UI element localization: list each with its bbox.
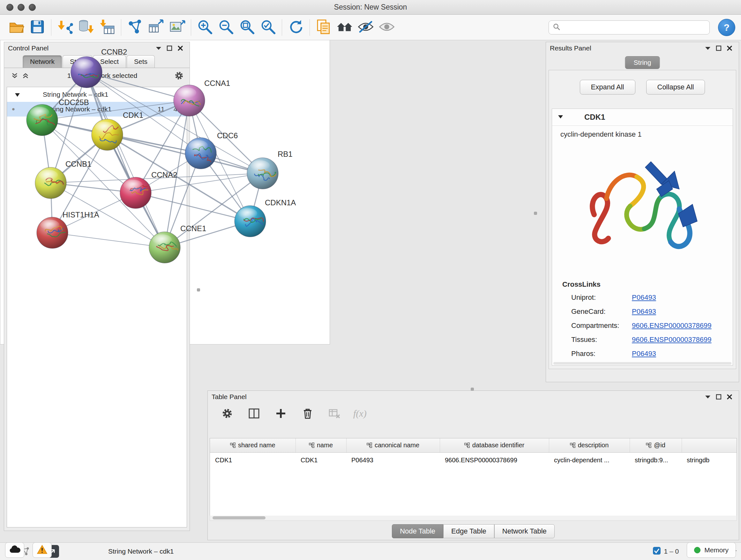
node-label: CDK1 xyxy=(123,111,143,119)
gene-detail-card: CDK1 cyclin-dependent kinase 1 xyxy=(552,109,733,366)
cell-description[interactable]: cyclin-dependent ... xyxy=(549,453,630,468)
network-edge[interactable] xyxy=(86,72,165,247)
crosslink-value-link[interactable]: 9606.ENSP00000378699 xyxy=(632,321,712,330)
column-header[interactable]: database identifier xyxy=(440,438,549,453)
help-button[interactable]: ? xyxy=(718,19,735,36)
table-panel-header: Table Panel xyxy=(208,391,739,403)
network-edge[interactable] xyxy=(86,72,189,101)
float-panel-icon[interactable] xyxy=(713,44,724,53)
crosslink-label: Compartments: xyxy=(571,321,632,330)
cell-name[interactable]: CDK1 xyxy=(295,453,346,468)
tab-string[interactable]: String xyxy=(625,56,660,69)
node-table-grid: shared name name canonical name database… xyxy=(210,438,737,516)
table-row[interactable]: CDK1 CDK1 P06493 9606.ENSP00000378699 cy… xyxy=(210,453,737,468)
warnings-button[interactable] xyxy=(32,543,52,558)
delete-table-icon xyxy=(327,406,342,422)
results-panel-header: Results Panel xyxy=(546,42,739,54)
search-icon xyxy=(553,23,560,32)
tab-edge-table[interactable]: Edge Table xyxy=(443,524,494,538)
show-all-button[interactable] xyxy=(376,17,397,38)
close-panel-icon[interactable] xyxy=(724,392,735,401)
horizontal-splitter-handle[interactable] xyxy=(471,388,474,391)
gene-section-header[interactable]: CDK1 xyxy=(552,109,733,126)
table-header-row: shared name name canonical name database… xyxy=(210,438,737,453)
table-panel: Table Panel f(x) shared name name canon xyxy=(207,390,739,540)
warning-icon xyxy=(37,545,48,556)
results-panel: Results Panel String Expand All Collapse… xyxy=(546,42,739,382)
results-panel-title: Results Panel xyxy=(550,44,591,52)
memory-button[interactable]: Memory xyxy=(687,543,736,558)
crosslink-value-link[interactable]: P06493 xyxy=(632,294,656,302)
cell-shared-name[interactable]: CDK1 xyxy=(210,453,295,468)
table-type-tabs: Node Table Edge Table Network Table xyxy=(208,524,739,538)
vertical-splitter-handle[interactable] xyxy=(197,288,200,292)
cloud-button[interactable] xyxy=(5,543,24,558)
show-columns-icon[interactable] xyxy=(246,406,262,422)
column-header[interactable]: shared name xyxy=(210,438,295,453)
home-icon xyxy=(336,18,353,37)
table-toolbar: f(x) xyxy=(208,403,739,424)
node-label: CCNB1 xyxy=(65,160,91,168)
network-edge[interactable] xyxy=(52,233,165,247)
show-eye-icon xyxy=(378,18,395,37)
close-panel-icon[interactable] xyxy=(724,44,735,53)
column-header[interactable]: description xyxy=(549,438,630,453)
cell-database-identifier[interactable]: 9606.ENSP00000378699 xyxy=(440,453,549,468)
search-input[interactable] xyxy=(560,23,705,31)
crosslink-value-link[interactable]: 9606.ENSP00000378699 xyxy=(632,335,712,344)
crosslink-value-link[interactable]: P06493 xyxy=(632,307,656,316)
cell-id[interactable]: stringdb:9... xyxy=(630,453,682,468)
hide-eye-icon xyxy=(357,18,374,37)
memory-label: Memory xyxy=(704,546,729,554)
float-panel-icon[interactable] xyxy=(713,392,724,401)
network-view-panel: CCNB2CCNA1CDC25BCDK1CDC6RB1CCNB1CCNA2CDK… xyxy=(0,0,330,345)
vertical-splitter-handle[interactable] xyxy=(534,212,537,215)
node-label: HIST1H1A xyxy=(63,210,99,219)
crosslink-label: GeneCard: xyxy=(571,307,632,316)
cell-canonical-name[interactable]: P06493 xyxy=(346,453,440,468)
add-column-icon[interactable] xyxy=(273,406,289,422)
app-window: Session: New Session xyxy=(0,0,741,560)
panel-menu-caret-icon[interactable] xyxy=(702,44,713,53)
tab-network-table[interactable]: Network Table xyxy=(494,524,555,538)
crosslink-row: GeneCard: P06493 xyxy=(552,305,733,319)
crosslink-value-link[interactable]: P06493 xyxy=(632,350,656,358)
help-icon: ? xyxy=(724,22,730,33)
scrollbar-thumb[interactable] xyxy=(212,516,266,519)
expand-all-button[interactable]: Expand All xyxy=(580,80,635,95)
column-header[interactable]: canonical name xyxy=(346,438,440,453)
memory-status-dot xyxy=(694,547,700,553)
cell-namespace[interactable]: stringdb xyxy=(682,453,737,468)
string-results-box: Expand All Collapse All CDK1 cyclin-depe… xyxy=(549,70,736,369)
window-title: Session: New Session xyxy=(334,3,407,11)
node-label: CCNA2 xyxy=(151,171,177,179)
tab-node-table[interactable]: Node Table xyxy=(392,524,443,538)
table-gear-icon[interactable] xyxy=(219,406,235,422)
node-label: CCNE1 xyxy=(180,224,206,233)
node-label: CCNA1 xyxy=(204,79,230,87)
home-button[interactable] xyxy=(334,17,355,38)
cloud-icon xyxy=(9,545,20,555)
node-label: RB1 xyxy=(278,150,293,159)
hide-selected-button[interactable] xyxy=(355,17,376,38)
gene-description: cyclin-dependent kinase 1 xyxy=(552,126,733,138)
section-caret-icon[interactable] xyxy=(558,114,563,120)
crosslink-label: Uniprot: xyxy=(571,294,632,302)
network-canvas[interactable]: CCNB2CCNA1CDC25BCDK1CDC6RB1CCNB1CCNA2CDK… xyxy=(0,0,329,326)
delete-column-icon[interactable] xyxy=(300,406,316,422)
crosslink-row: Compartments: 9606.ENSP00000378699 xyxy=(552,319,733,333)
crosslinks-title: CrossLinks xyxy=(552,274,733,291)
node-label: CDC6 xyxy=(217,131,238,140)
panel-menu-caret-icon[interactable] xyxy=(702,392,713,401)
column-header[interactable]: name xyxy=(295,438,346,453)
results-scrollbar[interactable] xyxy=(553,362,731,365)
table-horizontal-scrollbar[interactable] xyxy=(210,516,737,521)
column-header[interactable]: namespace xyxy=(682,438,737,453)
column-header[interactable]: @id xyxy=(630,438,682,453)
collapse-all-button[interactable]: Collapse All xyxy=(646,80,705,95)
protein-structure-image xyxy=(581,144,704,273)
toolbar-search xyxy=(549,20,710,35)
crosslink-row: Pharos: P06493 xyxy=(552,347,733,361)
crosslink-row: Uniprot: P06493 xyxy=(552,291,733,305)
status-bar: Memory xyxy=(0,540,741,560)
